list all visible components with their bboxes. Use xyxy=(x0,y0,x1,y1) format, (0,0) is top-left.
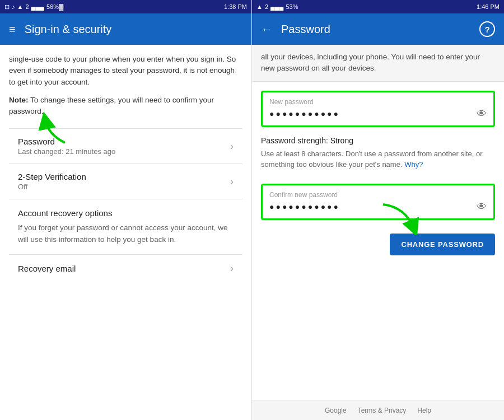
help-icon[interactable]: ? xyxy=(479,21,495,37)
new-password-eye-icon[interactable]: 👁 xyxy=(477,108,487,120)
strength-label: Password strength: xyxy=(261,136,328,145)
header-title-left: Sign-in & security xyxy=(25,23,112,36)
intro-text: single-use code to your phone when you e… xyxy=(9,54,242,88)
two-step-item-title: 2-Step Verification xyxy=(18,172,86,181)
recovery-email-title: Recovery email xyxy=(18,264,76,273)
password-item-wrapper: Password Last changed: 21 minutes ago › xyxy=(9,129,242,164)
note-text: Note: To change these settings, you will… xyxy=(9,95,242,118)
header-right: ← Password ? xyxy=(252,13,504,45)
recovery-email-info: Recovery email xyxy=(18,264,76,273)
info-box: all your devices, including your phone. … xyxy=(252,45,504,82)
recovery-email-chevron: › xyxy=(230,263,234,274)
status-time-left: 1:38 PM xyxy=(224,3,247,10)
footer-google-link[interactable]: Google xyxy=(325,407,347,414)
header-right-left: ← Password xyxy=(261,23,330,36)
two-step-chevron: › xyxy=(230,176,234,188)
right-panel: ▲ 2 ▄▄▄ 53% 1:46 PM ← Password ? all you… xyxy=(252,0,504,420)
footer-help-link[interactable]: Help xyxy=(417,407,431,414)
confirm-password-eye-icon[interactable]: 👁 xyxy=(477,201,487,213)
password-item-title: Password xyxy=(18,137,115,146)
strength-hint: Use at least 8 characters. Don't use a p… xyxy=(261,148,495,170)
recovery-heading: Account recovery options xyxy=(9,199,242,220)
password-chevron: › xyxy=(230,141,234,152)
two-step-item-info: 2-Step Verification Off xyxy=(18,172,86,191)
status-bar-left: ⊡ ♪ ▲ 2 ▄▄▄ 56%▓ 1:38 PM xyxy=(0,0,251,13)
footer: Google Terms & Privacy Help xyxy=(252,400,504,420)
time-left: 1:38 PM xyxy=(224,3,247,10)
password-list-item[interactable]: Password Last changed: 21 minutes ago › xyxy=(9,129,242,164)
confirm-password-dots: ●●●●●●●●●●● xyxy=(269,202,340,211)
battery-icon: 56%▓ xyxy=(46,3,63,10)
recovery-text: If you forget your password or cannot ac… xyxy=(9,220,242,254)
strength-section: Password strength: Strong Use at least 8… xyxy=(261,136,495,175)
strength-line: Password strength: Strong xyxy=(261,136,495,145)
two-step-list-item[interactable]: 2-Step Verification Off › xyxy=(9,164,242,199)
why-link[interactable]: Why? xyxy=(404,160,423,169)
new-password-field[interactable]: New password ●●●●●●●●●●● 👁 xyxy=(261,91,495,127)
recovery-email-item[interactable]: Recovery email › xyxy=(9,255,242,282)
status-time-right: 1:46 PM xyxy=(477,3,500,10)
note-bold: Note: xyxy=(9,96,29,104)
header-title-right: Password xyxy=(281,23,330,36)
confirm-password-label: Confirm new password xyxy=(269,191,487,199)
menu-icon[interactable]: ≡ xyxy=(9,23,16,36)
wifi-icon-right: ▲ xyxy=(256,3,263,10)
strength-value: Strong xyxy=(330,136,353,145)
footer-terms-link[interactable]: Terms & Privacy xyxy=(358,407,407,414)
change-btn-container: CHANGE PASSWORD xyxy=(261,229,495,262)
header-left: ≡ Sign-in & security xyxy=(0,13,251,45)
network-badge-right: 2 xyxy=(265,3,268,10)
content-right: New password ●●●●●●●●●●● 👁 Password stre… xyxy=(252,82,504,400)
content-left: single-use code to your phone when you e… xyxy=(0,45,251,420)
wifi-icon: ▲ xyxy=(17,3,24,10)
time-right: 1:46 PM xyxy=(477,3,500,10)
note-body: To change these settings, you will need … xyxy=(9,96,214,115)
password-item-subtitle: Last changed: 21 minutes ago xyxy=(18,147,115,156)
network-badge: 2 xyxy=(25,3,29,10)
sim-icon: ⊡ xyxy=(4,3,10,11)
new-password-label: New password xyxy=(269,98,487,106)
two-step-item-subtitle: Off xyxy=(18,183,86,191)
password-item-info: Password Last changed: 21 minutes ago xyxy=(18,137,115,156)
change-password-button[interactable]: CHANGE PASSWORD xyxy=(390,234,495,255)
strength-hint-text: Use at least 8 characters. Don't use a p… xyxy=(261,150,483,169)
volume-icon: ♪ xyxy=(12,3,15,10)
status-left-icons: ⊡ ♪ ▲ 2 ▄▄▄ 56%▓ xyxy=(4,3,63,11)
confirm-password-row: ●●●●●●●●●●● 👁 xyxy=(269,201,487,213)
back-icon[interactable]: ← xyxy=(261,23,272,36)
recovery-section: Account recovery options If you forget y… xyxy=(9,199,242,254)
left-panel: ⊡ ♪ ▲ 2 ▄▄▄ 56%▓ 1:38 PM ≡ Sign-in & sec… xyxy=(0,0,252,420)
status-right-left-icons: ▲ 2 ▄▄▄ 53% xyxy=(256,3,298,10)
new-password-dots: ●●●●●●●●●●● xyxy=(269,109,340,118)
battery-right: 53% xyxy=(286,3,298,10)
new-password-row: ●●●●●●●●●●● 👁 xyxy=(269,108,487,120)
signal-icon-right: ▄▄▄ xyxy=(270,3,283,10)
status-bar-right: ▲ 2 ▄▄▄ 53% 1:46 PM xyxy=(252,0,504,13)
signal-icon: ▄▄▄ xyxy=(31,3,44,10)
confirm-password-field[interactable]: Confirm new password ●●●●●●●●●●● 👁 xyxy=(261,184,495,220)
